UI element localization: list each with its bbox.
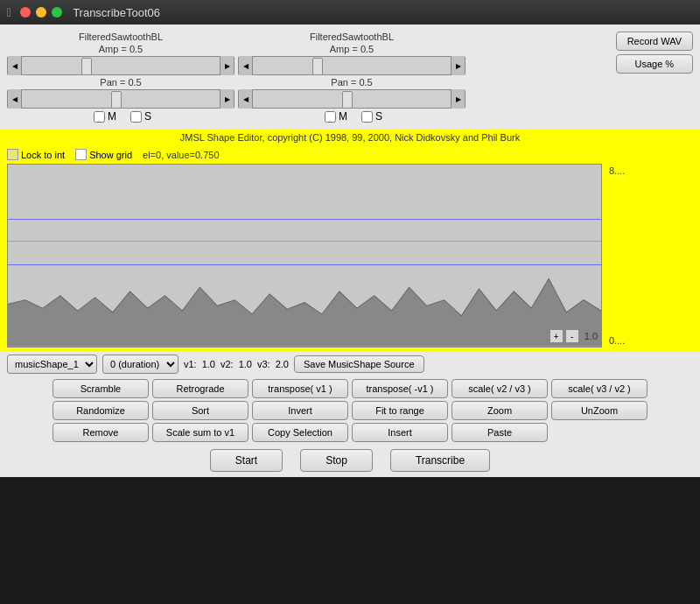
v3-label: v3:	[257, 359, 270, 369]
start-button[interactable]: Start	[210, 449, 283, 472]
transcribe-button[interactable]: Transcribe	[390, 449, 490, 472]
mute-checkbox-1[interactable]	[94, 111, 105, 123]
amp-slider-track-1[interactable]	[22, 57, 220, 74]
maximize-button[interactable]	[52, 7, 62, 18]
insert-button[interactable]: Insert	[352, 423, 448, 442]
channel-1-pan-slider[interactable]: ◀ ▶	[7, 89, 234, 109]
duration-select[interactable]: 0 (duration)	[102, 355, 178, 374]
graph-container[interactable]: + - 1.0	[7, 164, 602, 348]
editor-area: Lock to int Show grid el=0, value=0.750	[0, 145, 700, 351]
pan-slider-track-1[interactable]	[22, 90, 220, 108]
channel-1-amp-slider[interactable]: ◀ ▶	[7, 56, 234, 75]
svg-marker-0	[8, 279, 601, 347]
copy-selection-button[interactable]: Copy Selection	[252, 423, 348, 442]
top-section: FilteredSawtoothBL Amp = 0.5 ◀ ▶ Pan = 0…	[7, 32, 693, 123]
buttons-grid: Scramble Retrograde transpose( v1 ) tran…	[0, 377, 700, 444]
stop-button[interactable]: Stop	[300, 449, 373, 472]
unzoom-button[interactable]: UnZoom	[551, 401, 648, 420]
graph-inner: + - 1.0	[8, 165, 601, 347]
app-title: TranscribeToot06	[73, 6, 160, 19]
btn-row-2: Randomize Sort Invert Fit to range Zoom …	[4, 401, 696, 420]
scramble-button[interactable]: Scramble	[52, 379, 149, 398]
lock-to-int-item: Lock to int	[7, 149, 65, 160]
copyright-bar: JMSL Shape Editor, copyright (C) 1998, 9…	[0, 130, 700, 145]
save-button[interactable]: Save MusicShape Source	[294, 355, 424, 373]
graph-right-labels: 8.... 0....	[609, 164, 625, 348]
scale-sum-button[interactable]: Scale sum to v1	[152, 423, 248, 442]
right-buttons: Record WAV Usage %	[616, 32, 693, 74]
bottom-bar: Start Stop Transcribe	[0, 444, 700, 477]
copyright-text: JMSL Shape Editor, copyright (C) 1998, 9…	[180, 132, 520, 143]
amp-slider-right-1[interactable]: ▶	[220, 56, 234, 75]
grid-checkbox[interactable]	[75, 149, 87, 160]
amp-slider-thumb-2[interactable]	[312, 58, 323, 75]
mute-label-2: M	[339, 110, 347, 123]
channel-1: FilteredSawtoothBL Amp = 0.5 ◀ ▶ Pan = 0…	[7, 32, 234, 123]
amp-slider-right-2[interactable]: ▶	[451, 56, 465, 75]
paste-button[interactable]: Paste	[452, 423, 548, 442]
scale-v3-v2-button[interactable]: scale( v3 / v2 )	[551, 379, 648, 398]
channel-2-pan-slider[interactable]: ◀ ▶	[238, 89, 466, 109]
zoom-value: 1.0	[584, 331, 598, 341]
amp-slider-thumb-1[interactable]	[81, 58, 92, 75]
channel-1-checkboxes: M S	[90, 110, 151, 123]
sort-button[interactable]: Sort	[152, 401, 248, 420]
solo-checkbox-1[interactable]	[130, 111, 142, 123]
controls-row: musicShape_1 0 (duration) v1: 1.0 v2: 1.…	[0, 351, 700, 377]
channel-1-name: FilteredSawtoothBL	[79, 32, 163, 42]
lock-checkbox[interactable]	[7, 149, 18, 160]
zoom-controls: + - 1.0	[550, 329, 598, 343]
pan-slider-thumb-1[interactable]	[111, 91, 122, 109]
channel-1-pan: Pan = 0.5	[100, 77, 141, 88]
v2-label: v2:	[220, 359, 234, 369]
zoom-minus-button[interactable]: -	[565, 329, 579, 343]
el-value: el=0, value=0.750	[143, 150, 219, 160]
minimize-button[interactable]	[36, 7, 46, 18]
amp-slider-left-2[interactable]: ◀	[239, 56, 253, 75]
amp-slider-left-1[interactable]: ◀	[8, 56, 22, 75]
channel-2-name: FilteredSawtoothBL	[310, 32, 394, 42]
pan-slider-left-2[interactable]: ◀	[239, 89, 253, 109]
btn-row-1: Scramble Retrograde transpose( v1 ) tran…	[4, 379, 696, 398]
pan-slider-right-1[interactable]: ▶	[220, 89, 234, 109]
v2-value: 1.0	[239, 359, 252, 369]
mute-checkbox-2[interactable]	[325, 111, 336, 123]
randomize-button[interactable]: Randomize	[52, 401, 149, 420]
v3-value: 2.0	[276, 359, 289, 369]
graph-bottom-label: 0....	[609, 335, 625, 346]
channel-2-amp: Amp = 0.5	[330, 44, 374, 54]
pan-slider-right-2[interactable]: ▶	[451, 89, 465, 109]
fit-to-range-button[interactable]: Fit to range	[352, 401, 448, 420]
transpose-v1-button[interactable]: transpose( v1 )	[252, 379, 348, 398]
v1-value: 1.0	[202, 359, 215, 369]
invert-button[interactable]: Invert	[252, 401, 348, 420]
transpose-neg-v1-button[interactable]: transpose( -v1 )	[352, 379, 448, 398]
amp-slider-track-2[interactable]	[253, 57, 451, 74]
title-bar:  TranscribeToot06	[0, 0, 700, 25]
zoom-button[interactable]: Zoom	[452, 401, 548, 420]
editor-controls: Lock to int Show grid el=0, value=0.750	[7, 149, 693, 160]
pan-slider-left-1[interactable]: ◀	[8, 89, 22, 109]
solo-checkbox-2[interactable]	[361, 111, 373, 123]
main-content: FilteredSawtoothBL Amp = 0.5 ◀ ▶ Pan = 0…	[0, 25, 700, 130]
lock-label: Lock to int	[21, 150, 65, 160]
graph-top-label: 8....	[609, 165, 625, 176]
pan-slider-track-2[interactable]	[253, 90, 451, 108]
channel-2-amp-slider[interactable]: ◀ ▶	[238, 56, 466, 75]
close-button[interactable]	[20, 7, 31, 18]
remove-button[interactable]: Remove	[52, 423, 149, 442]
pan-slider-thumb-2[interactable]	[342, 91, 353, 109]
btn-row-3: Remove Scale sum to v1 Copy Selection In…	[4, 423, 696, 442]
solo-label-2: S	[375, 110, 382, 123]
show-grid-item: Show grid	[75, 149, 132, 160]
blue-line-1	[8, 219, 601, 220]
scale-v2-v3-button[interactable]: scale( v2 / v3 )	[452, 379, 548, 398]
grid-label: Show grid	[89, 150, 132, 160]
record-wav-button[interactable]: Record WAV	[616, 32, 693, 51]
shape-select[interactable]: musicShape_1	[7, 355, 97, 374]
zoom-plus-button[interactable]: +	[550, 329, 564, 343]
retrograde-button[interactable]: Retrograde	[152, 379, 248, 398]
usage-button[interactable]: Usage %	[616, 54, 693, 74]
solo-label-1: S	[144, 110, 151, 123]
v1-label: v1:	[184, 359, 197, 369]
